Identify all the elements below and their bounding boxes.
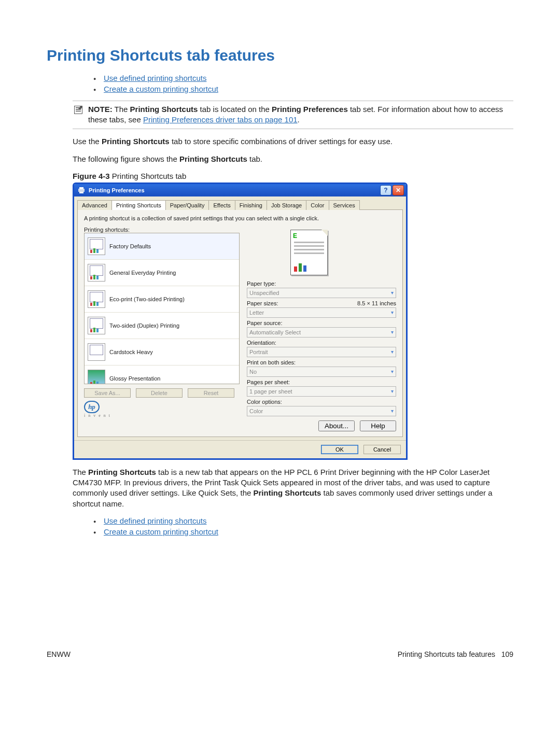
paper-sizes-hint: 8.5 × 11 inches	[357, 300, 396, 307]
chevron-down-icon: ▾	[391, 369, 394, 374]
help-button[interactable]: ?	[380, 185, 391, 195]
page-preview: E	[278, 227, 340, 278]
shortcut-item-glossy[interactable]: Glossy Presentation	[85, 366, 239, 384]
shortcut-thumb-icon	[88, 264, 105, 282]
tab-effects[interactable]: Effects	[208, 200, 235, 210]
note-t1: The	[115, 105, 130, 114]
summary-para: The Printing Shortcuts tab is a new tab …	[73, 467, 513, 509]
pages-per-sheet-select[interactable]: 1 page per sheet▾	[247, 386, 396, 397]
page-title: Printing Shortcuts tab features	[47, 47, 513, 64]
shortcut-label: General Everyday Printing	[109, 270, 176, 276]
note-b1: Printing Shortcuts	[130, 105, 198, 114]
note-icon	[73, 104, 84, 116]
printer-icon	[77, 186, 86, 194]
chevron-down-icon: ▾	[391, 349, 394, 355]
note-t4: .	[298, 115, 300, 124]
chevron-down-icon: ▾	[391, 408, 394, 414]
shortcut-item-cardstock[interactable]: Cardstock Heavy	[85, 339, 239, 366]
titlebar: Printing Preferences ? ✕	[74, 184, 406, 196]
paper-sizes-value: Letter	[249, 310, 391, 316]
shortcut-thumb-icon	[88, 343, 105, 361]
help-text-button[interactable]: Help	[360, 420, 396, 431]
shortcut-description: A printing shortcut is a collection of s…	[84, 215, 396, 222]
p2c: tab.	[247, 154, 262, 163]
color-options-value: Color	[249, 408, 391, 414]
note-text: NOTE: The Printing Shortcuts tab is loca…	[88, 104, 513, 125]
dialog-title: Printing Preferences	[89, 187, 379, 193]
figure-label: Figure 4-3 Printing Shortcuts tab	[73, 172, 513, 180]
toc-link-create-custom-2[interactable]: Create a custom printing shortcut	[104, 527, 218, 536]
save-as-button[interactable]: Save As...	[84, 388, 131, 398]
svg-rect-5	[79, 187, 83, 189]
shortcut-item-general-everyday[interactable]: General Everyday Printing	[85, 260, 239, 286]
printing-preferences-dialog: Printing Preferences ? ✕ Advanced Printi…	[73, 182, 408, 460]
shortcut-label: Eco-print (Two-sided Printing)	[109, 296, 185, 302]
footer-page: 109	[501, 650, 513, 658]
chevron-down-icon: ▾	[391, 388, 394, 394]
p1b: Printing Shortcuts	[102, 137, 170, 146]
paper-type-select[interactable]: Unspecified▾	[247, 288, 396, 298]
tab-printing-shortcuts[interactable]: Printing Shortcuts	[111, 200, 166, 210]
intro-para-2: The following figure shows the Printing …	[73, 154, 513, 164]
shortcut-label: Factory Defaults	[109, 243, 151, 249]
paper-source-label: Paper source:	[247, 320, 396, 326]
shortcut-list-label: Printing shortcuts:	[84, 227, 240, 233]
shortcut-thumb-icon	[88, 290, 105, 308]
shortcut-label: Cardstock Heavy	[109, 349, 153, 355]
both-sides-value: No	[249, 369, 391, 375]
ok-button[interactable]: OK	[321, 445, 358, 454]
orientation-label: Orientation:	[247, 340, 396, 346]
close-button[interactable]: ✕	[393, 185, 404, 195]
both-sides-label: Print on both sides:	[247, 359, 396, 366]
p1c: tab to store specific combinations of dr…	[170, 137, 393, 146]
paper-sizes-label: Paper sizes:	[247, 300, 278, 306]
orientation-select[interactable]: Portrait▾	[247, 347, 396, 357]
tab-services[interactable]: Services	[329, 200, 360, 210]
tab-body: A printing shortcut is a collection of s…	[77, 209, 403, 437]
shortcut-thumb-icon	[88, 317, 105, 334]
p3d: Printing Shortcuts	[253, 488, 321, 497]
page-footer: ENWW Printing Shortcuts tab features 109	[47, 650, 513, 658]
chevron-down-icon: ▾	[391, 329, 394, 335]
p3b: Printing Shortcuts	[88, 468, 156, 476]
note-link[interactable]: Printing Preferences driver tabs on page…	[143, 115, 298, 124]
footer-section: Printing Shortcuts tab features	[398, 650, 495, 658]
cancel-button[interactable]: Cancel	[363, 445, 401, 454]
tab-paper-quality[interactable]: Paper/Quality	[165, 200, 209, 210]
tab-job-storage[interactable]: Job Storage	[267, 200, 306, 210]
paper-source-value: Automatically Select	[249, 329, 391, 335]
paper-source-select[interactable]: Automatically Select▾	[247, 327, 396, 338]
tab-finishing[interactable]: Finishing	[235, 200, 267, 210]
reset-button[interactable]: Reset	[188, 388, 234, 398]
note-b2: Printing Preferences	[272, 105, 348, 114]
tab-color[interactable]: Color	[306, 200, 329, 210]
color-options-select[interactable]: Color▾	[247, 406, 396, 416]
hp-logo: hp i n v e n t	[84, 401, 240, 418]
shortcut-item-duplex[interactable]: Two-sided (Duplex) Printing	[85, 313, 239, 339]
tab-advanced[interactable]: Advanced	[77, 200, 112, 210]
toc-link-create-custom[interactable]: Create a custom printing shortcut	[104, 85, 218, 93]
delete-button[interactable]: Delete	[136, 388, 183, 398]
paper-type-label: Paper type:	[247, 280, 396, 287]
p2b: Printing Shortcuts	[179, 154, 247, 163]
intro-para-1: Use the Printing Shortcuts tab to store …	[73, 136, 513, 147]
about-button[interactable]: About...	[318, 420, 355, 431]
pages-per-sheet-value: 1 page per sheet	[249, 388, 391, 395]
both-sides-select[interactable]: No▾	[247, 367, 396, 377]
paper-type-value: Unspecified	[249, 290, 391, 296]
color-options-label: Color options:	[247, 399, 396, 405]
fig-num: Figure 4-3	[73, 172, 110, 180]
toc-link-use-defined[interactable]: Use defined printing shortcuts	[104, 74, 206, 82]
chevron-down-icon: ▾	[391, 310, 394, 315]
shortcut-list[interactable]: Factory Defaults General Everyday Printi…	[84, 233, 240, 384]
shortcut-item-eco-print[interactable]: Eco-print (Two-sided Printing)	[85, 286, 239, 313]
toc-link-use-defined-2[interactable]: Use defined printing shortcuts	[104, 516, 206, 525]
footer-left: ENWW	[47, 650, 71, 658]
p2a: The following figure shows the	[73, 154, 179, 163]
note-block: NOTE: The Printing Shortcuts tab is loca…	[73, 101, 513, 129]
shortcut-thumb-icon	[88, 237, 105, 255]
paper-sizes-select[interactable]: Letter▾	[247, 307, 396, 318]
footer-right: Printing Shortcuts tab features 109	[398, 650, 513, 658]
shortcut-item-factory-defaults[interactable]: Factory Defaults	[85, 233, 239, 260]
shortcut-thumb-icon	[88, 370, 105, 384]
